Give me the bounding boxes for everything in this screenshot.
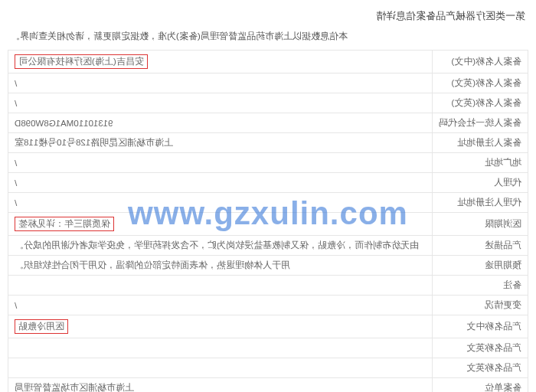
info-table: 备案人名称(中文)安昌吉(上海)医疗科技有限公司备案人名称(英文)/备案人名称(…: [8, 50, 528, 392]
table-row: 备案人统一社会代码91310110MA1G8W098D: [8, 113, 528, 133]
field-value: [8, 338, 433, 358]
table-row: 备案人名称(中文)安昌吉(上海)医疗科技有限公司: [8, 51, 528, 74]
field-label: 产品名称英文: [433, 358, 528, 378]
field-value: 上海市杨浦区市场监督管理局: [8, 378, 433, 393]
table-row: 备案人注册地址上海市杨浦区昆明路128号10号楼118室: [8, 133, 528, 153]
field-value: /: [8, 173, 433, 193]
field-label: 备案人统一社会代码: [433, 113, 528, 133]
field-label: 医浏期限: [433, 213, 528, 236]
field-label: 备案单位: [433, 378, 528, 393]
field-value: 医用冷敷贴: [8, 315, 433, 338]
table-row: 备案人名称(英文)/: [8, 93, 528, 113]
table-row: 产品名称英文: [8, 358, 528, 378]
field-value: 由无纺布制作而，冷敷贴，保又制教基盐浸软岗为贮，不含发挥药理学，免疫学或者代谢用…: [8, 236, 433, 256]
field-value: 91310110MA1G8W098D: [8, 113, 433, 133]
field-value: 保质期三年：详见标签: [8, 213, 433, 236]
table-row: 代理人/: [8, 173, 528, 193]
table-row: 产品名称中文医用冷敷贴: [8, 315, 528, 338]
table-row: 产品名称英文: [8, 338, 528, 358]
field-label: 代理人: [433, 173, 528, 193]
table-row: 预期用途用于人体物理退热，体表面特定部位的降温，仅用于闭合性软组织。: [8, 256, 528, 276]
page-title: 第一类医疗器械产品备案信息详情: [8, 6, 525, 28]
highlighted-value: 保质期三年：详见标签: [15, 217, 114, 231]
field-label: 预期用途: [433, 256, 528, 276]
field-label: 备注: [433, 276, 528, 296]
table-row: 代理人注册地址/: [8, 193, 528, 213]
table-row: 备案人名称(英文)/: [8, 74, 528, 93]
field-value: /: [8, 193, 433, 213]
field-value: /: [8, 74, 433, 93]
field-value: /: [8, 153, 433, 173]
table-row: 地广地址/: [8, 153, 528, 173]
field-label: 代理人注册地址: [433, 193, 528, 213]
field-value: 上海市杨浦区昆明路128号10号楼118室: [8, 133, 433, 153]
table-row: 产品描述由无纺布制作而，冷敷贴，保又制教基盐浸软岗为贮，不含发挥药理学，免疫学或…: [8, 236, 528, 256]
field-label: 变更情况: [433, 296, 528, 315]
table-row: 备案单位上海市杨浦区市场监督管理局: [8, 378, 528, 393]
field-label: 产品名称中文: [433, 315, 528, 338]
highlighted-value: 安昌吉(上海)医疗科技有限公司: [15, 54, 148, 69]
field-label: 产品描述: [433, 236, 528, 256]
field-label: 地广地址: [433, 153, 528, 173]
field-label: 备案人注册地址: [433, 133, 528, 153]
field-label: 产品名称英文: [433, 338, 528, 358]
field-label: 备案人名称(英文): [433, 93, 528, 113]
table-row: 医浏期限保质期三年：详见标签: [8, 213, 528, 236]
field-label: 备案人名称(中文): [433, 51, 528, 74]
field-value: 用于人体物理退热，体表面特定部位的降温，仅用于闭合性软组织。: [8, 256, 433, 276]
page-subtitle: 本信息数据以上海市药品监督管理局(备案)为准，数据定期更新，请勿相关查询界。: [11, 28, 528, 50]
table-row: 备注: [8, 276, 528, 296]
highlighted-value: 医用冷敷贴: [15, 319, 68, 334]
table-row: 变更情况/: [8, 296, 528, 315]
field-value: 安昌吉(上海)医疗科技有限公司: [8, 51, 433, 74]
field-value: /: [8, 296, 433, 315]
field-value: [8, 276, 433, 296]
field-value: /: [8, 93, 433, 113]
field-value: [8, 358, 433, 378]
field-label: 备案人名称(英文): [433, 74, 528, 93]
